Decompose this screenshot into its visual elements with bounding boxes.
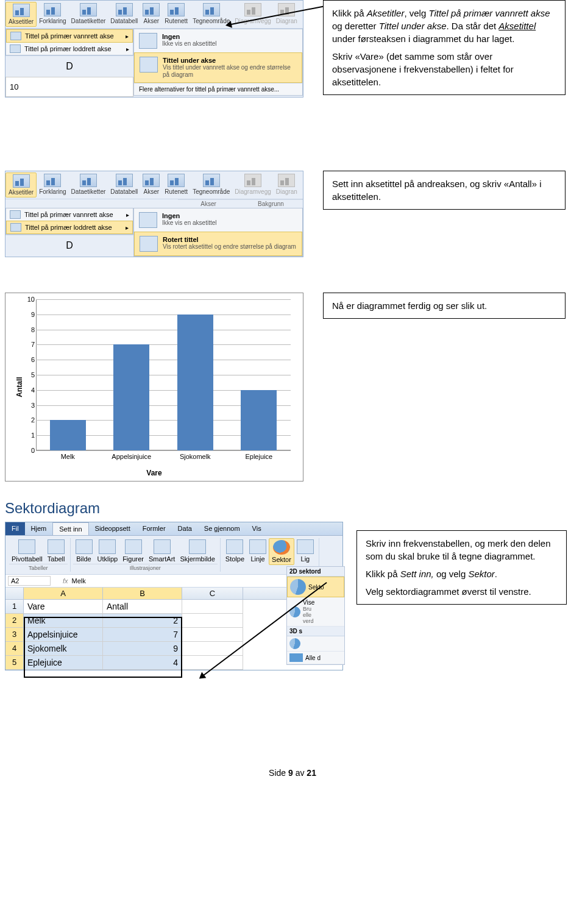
- excel-window: FilHjemSett innSideoppsettFormlerDataSe …: [5, 522, 343, 670]
- tab-vis[interactable]: Vis: [246, 522, 268, 535]
- select-all-corner[interactable]: [5, 588, 24, 599]
- row-header[interactable]: 3: [5, 628, 24, 642]
- y-tick: 4: [31, 386, 35, 394]
- ribbon-forklaring-button[interactable]: Forklaring: [37, 2, 68, 27]
- menu-horizontal-axis-title[interactable]: Tittel på primær vannrett akse ▸: [6, 29, 133, 43]
- ribbon-label: Forklaring: [39, 188, 66, 195]
- cell[interactable]: Melk: [24, 614, 103, 628]
- column-header-c[interactable]: C: [182, 588, 243, 599]
- pie-option-1[interactable]: Sekto: [287, 577, 344, 597]
- cell[interactable]: [182, 600, 243, 614]
- ribbon-panel: AksetitlerForklaringDataetiketterDatatab…: [5, 171, 303, 257]
- sektor-button[interactable]: Sektor: [269, 538, 294, 565]
- cell[interactable]: [182, 628, 243, 642]
- tab-se-gjennom[interactable]: Se gjennom: [198, 522, 246, 535]
- ribbon-rutenett-button[interactable]: Rutenett: [162, 2, 190, 27]
- bilde-button[interactable]: Bilde: [73, 538, 95, 564]
- callout-box: Skriv inn frekvenstabellen, og merk den …: [356, 530, 567, 605]
- linje-button[interactable]: Linje: [247, 538, 269, 564]
- tab-formler[interactable]: Formler: [136, 522, 172, 535]
- chart-icon: [143, 174, 160, 187]
- rotated-title-icon: [140, 236, 158, 252]
- cell[interactable]: Eplejuice: [24, 656, 103, 670]
- stolpe-button[interactable]: Stolpe: [223, 538, 247, 564]
- submenu-desc: Ikke vis en aksetittel: [162, 219, 216, 227]
- skjermbilde-icon: [189, 539, 206, 554]
- menu-horizontal-axis-title[interactable]: Tittel på primær vannrett akse ▸: [6, 208, 133, 221]
- utklipp-button[interactable]: Utklipp: [95, 538, 121, 564]
- pie-option-2[interactable]: Vise Bru elle verd: [287, 597, 344, 627]
- ribbon-forklaring-button[interactable]: Forklaring: [37, 172, 68, 197]
- cell[interactable]: 7: [103, 628, 182, 642]
- pivottabell-button[interactable]: Pivottabell: [9, 538, 45, 564]
- cell[interactable]: 4: [103, 656, 182, 670]
- submenu-none[interactable]: Ingen Ikke vis en aksetittel: [134, 208, 302, 232]
- ribbon-akser-button[interactable]: Akser: [140, 172, 162, 197]
- tab-hjem[interactable]: Hjem: [25, 522, 53, 535]
- lig-button[interactable]: Lig: [294, 538, 316, 564]
- formula-bar[interactable]: Melk: [72, 577, 86, 585]
- tab-sideoppsett[interactable]: Sideoppsett: [89, 522, 136, 535]
- ribbon-label: Datatabell: [110, 18, 138, 24]
- column-header-b[interactable]: B: [103, 588, 182, 599]
- cell[interactable]: Appelsinjuice: [24, 628, 103, 642]
- submenu-title-below[interactable]: Tittel under akse Vis tittel under vannr…: [134, 52, 302, 83]
- cell[interactable]: Sjokomelk: [24, 642, 103, 656]
- all-chart-types[interactable]: Alle d: [287, 652, 344, 664]
- tab-fil[interactable]: Fil: [5, 522, 25, 535]
- button-label: Sektor: [272, 556, 291, 563]
- ribbon-rutenett-button[interactable]: Rutenett: [162, 172, 190, 197]
- bar-chart: Antall Vare 012345678910 MelkAppelsinjui…: [5, 293, 303, 482]
- tab-sett-inn[interactable]: Sett inn: [52, 522, 88, 535]
- smartart-button[interactable]: SmartArt: [146, 538, 177, 564]
- chevron-right-icon: ▸: [126, 46, 129, 52]
- menu-label: Tittel på primær vannrett akse: [25, 32, 114, 40]
- ribbon-dataetiketter-button[interactable]: Dataetiketter: [69, 2, 108, 27]
- tabell-button[interactable]: Tabell: [45, 538, 68, 564]
- figurer-button[interactable]: Figurer: [120, 538, 146, 564]
- row-header[interactable]: 5: [5, 656, 24, 670]
- chart-icon: [44, 3, 61, 16]
- lig-icon: [297, 539, 314, 554]
- ribbon-dataetiketter-button[interactable]: Dataetiketter: [69, 172, 108, 197]
- tab-data[interactable]: Data: [172, 522, 198, 535]
- ribbon-akser-button[interactable]: Akser: [140, 2, 162, 27]
- submenu-desc: Vis tittel under vannrett akse og endre …: [163, 64, 297, 79]
- button-label: Linje: [249, 555, 266, 563]
- row-header[interactable]: 4: [5, 642, 24, 656]
- button-label: Skjermbilde: [180, 555, 214, 563]
- row-header[interactable]: 1: [5, 600, 24, 614]
- cell[interactable]: Antall: [103, 600, 182, 614]
- bar-melk: [50, 420, 86, 450]
- ribbon-datatabell-button[interactable]: Datatabell: [108, 172, 140, 197]
- ribbon-aksetitler-button[interactable]: Aksetitler: [5, 2, 37, 27]
- row-number: 10: [5, 77, 133, 97]
- pie-3d-option[interactable]: [287, 636, 344, 652]
- submenu-none[interactable]: Ingen Ikke vis en aksetittel: [134, 29, 302, 52]
- dropdown-label: Alle d: [305, 655, 321, 661]
- menu-vertical-axis-title[interactable]: Tittel på primær loddrett akse ▸: [6, 43, 133, 55]
- ribbon-aksetitler-button[interactable]: Aksetitler: [5, 172, 37, 197]
- ribbon-datatabell-button[interactable]: Datatabell: [108, 2, 140, 27]
- tabell-icon: [48, 539, 65, 554]
- name-box[interactable]: A2: [8, 576, 51, 586]
- row-header[interactable]: 2: [5, 614, 24, 628]
- menu-vertical-axis-title[interactable]: Tittel på primær loddrett akse ▸: [6, 221, 133, 234]
- chart-icon: [244, 3, 261, 16]
- ribbon-panel: AksetitlerForklaringDataetiketterDatatab…: [5, 0, 303, 98]
- chart-icon: [289, 653, 303, 662]
- ribbon-tegneområde-button[interactable]: Tegneområde: [190, 172, 232, 197]
- submenu-rotated-title[interactable]: Rotert tittel Vis rotert aksetittel og e…: [134, 232, 302, 256]
- column-header-d: D: [5, 55, 133, 77]
- dropdown-header: 3D s: [287, 627, 344, 636]
- ribbon-label: Aksetitler: [9, 189, 34, 196]
- column-header-a[interactable]: A: [24, 588, 103, 599]
- cell[interactable]: 2: [103, 614, 182, 628]
- skjermbilde-button[interactable]: Skjermbilde: [177, 538, 217, 564]
- dropdown-header: 2D sektord: [287, 567, 344, 577]
- cell[interactable]: [182, 642, 243, 656]
- submenu-more-options[interactable]: Flere alternativer for tittel på primær …: [134, 83, 302, 95]
- cell[interactable]: [182, 614, 243, 628]
- cell[interactable]: 9: [103, 642, 182, 656]
- cell[interactable]: Vare: [24, 600, 103, 614]
